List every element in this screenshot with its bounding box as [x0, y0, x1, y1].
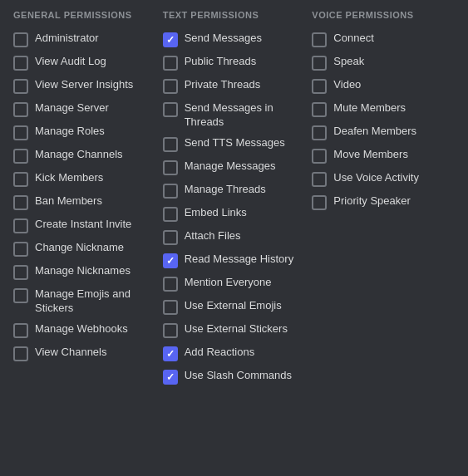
checkbox-deafen-members[interactable]: [312, 125, 327, 140]
checkbox-use-external-emojis[interactable]: [163, 300, 178, 315]
checkbox-move-members[interactable]: [312, 149, 327, 164]
checkbox-send-messages[interactable]: [163, 32, 178, 47]
checkbox-kick-members[interactable]: [13, 172, 28, 187]
label-view-channels: View Channels: [35, 346, 156, 360]
label-view-audit-log: View Audit Log: [35, 55, 156, 69]
checkbox-send-tts-messages[interactable]: [163, 137, 178, 152]
checkbox-manage-webhooks[interactable]: [13, 323, 28, 338]
checkbox-priority-speaker[interactable]: [312, 195, 327, 210]
permission-item-public-threads[interactable]: Public Threads: [163, 55, 306, 71]
label-create-instant-invite: Create Instant Invite: [35, 218, 156, 232]
permission-item-view-server-insights[interactable]: View Server Insights: [13, 78, 156, 95]
label-change-nickname: Change Nickname: [35, 241, 156, 255]
label-send-messages-in-threads: Send Messages in Threads: [185, 101, 306, 130]
checkbox-manage-emojis-stickers[interactable]: [13, 288, 28, 303]
label-video: Video: [333, 78, 455, 92]
checkbox-use-external-stickers[interactable]: [163, 323, 178, 338]
checkbox-video[interactable]: [312, 79, 327, 94]
checkbox-view-audit-log[interactable]: [13, 56, 28, 71]
permission-item-connect[interactable]: Connect: [312, 32, 455, 48]
label-move-members: Move Members: [333, 148, 455, 162]
checkbox-send-messages-in-threads[interactable]: [163, 102, 178, 117]
checkbox-mention-everyone[interactable]: [163, 277, 178, 292]
checkbox-ban-members[interactable]: [13, 195, 28, 210]
permission-item-view-channels[interactable]: View Channels: [13, 346, 156, 362]
permission-item-ban-members[interactable]: Ban Members: [13, 194, 156, 211]
permission-item-manage-server[interactable]: Manage Server: [13, 101, 156, 118]
permissions-grid: GENERAL PERMISSIONSAdministratorView Aud…: [10, 10, 458, 392]
permission-item-manage-emojis-stickers[interactable]: Manage Emojis and Stickers: [13, 287, 156, 316]
label-view-server-insights: View Server Insights: [35, 78, 156, 92]
permission-item-use-external-stickers[interactable]: Use External Stickers: [163, 322, 306, 339]
permission-item-move-members[interactable]: Move Members: [312, 148, 455, 164]
permission-item-use-external-emojis[interactable]: Use External Emojis: [163, 299, 306, 316]
permission-item-manage-webhooks[interactable]: Manage Webhooks: [13, 322, 156, 339]
permission-item-embed-links[interactable]: Embed Links: [163, 206, 306, 223]
checkbox-connect[interactable]: [312, 32, 327, 47]
checkbox-manage-server[interactable]: [13, 102, 28, 117]
label-speak: Speak: [333, 55, 455, 69]
column-header-general: GENERAL PERMISSIONS: [13, 10, 156, 23]
permission-item-use-slash-commands[interactable]: Use Slash Commands: [163, 369, 306, 385]
checkbox-manage-nicknames[interactable]: [13, 265, 28, 280]
label-manage-nicknames: Manage Nicknames: [35, 264, 156, 278]
permission-item-administrator[interactable]: Administrator: [13, 32, 156, 48]
permission-item-add-reactions[interactable]: Add Reactions: [163, 346, 306, 362]
checkbox-view-server-insights[interactable]: [13, 79, 28, 94]
checkbox-speak[interactable]: [312, 56, 327, 71]
permission-item-attach-files[interactable]: Attach Files: [163, 229, 306, 246]
permission-item-view-audit-log[interactable]: View Audit Log: [13, 55, 156, 71]
checkbox-create-instant-invite[interactable]: [13, 218, 28, 233]
permission-item-send-tts-messages[interactable]: Send TTS Messages: [163, 136, 306, 153]
permission-item-priority-speaker[interactable]: Priority Speaker: [312, 194, 455, 211]
label-public-threads: Public Threads: [185, 55, 306, 69]
checkbox-add-reactions[interactable]: [163, 346, 178, 361]
permission-item-send-messages[interactable]: Send Messages: [163, 32, 306, 48]
permission-item-manage-channels[interactable]: Manage Channels: [13, 148, 156, 164]
label-use-external-stickers: Use External Stickers: [185, 322, 306, 336]
label-use-voice-activity: Use Voice Activity: [333, 171, 455, 185]
column-header-text: TEXT PERMISSIONS: [163, 10, 306, 23]
permission-item-mention-everyone[interactable]: Mention Everyone: [163, 276, 306, 292]
checkbox-manage-messages[interactable]: [163, 160, 178, 175]
permission-item-manage-roles[interactable]: Manage Roles: [13, 125, 156, 141]
checkbox-use-slash-commands[interactable]: [163, 370, 178, 385]
checkbox-attach-files[interactable]: [163, 230, 178, 245]
permission-item-send-messages-in-threads[interactable]: Send Messages in Threads: [163, 101, 306, 130]
checkbox-view-channels[interactable]: [13, 346, 28, 361]
label-manage-webhooks: Manage Webhooks: [35, 322, 156, 336]
label-send-tts-messages: Send TTS Messages: [185, 136, 306, 150]
checkbox-administrator[interactable]: [13, 32, 28, 47]
permission-item-private-threads[interactable]: Private Threads: [163, 78, 306, 95]
permission-item-read-message-history[interactable]: Read Message History: [163, 253, 306, 269]
checkbox-read-message-history[interactable]: [163, 253, 178, 268]
label-manage-channels: Manage Channels: [35, 148, 156, 162]
checkbox-embed-links[interactable]: [163, 207, 178, 222]
column-text: TEXT PERMISSIONSSend MessagesPublic Thre…: [160, 10, 309, 392]
checkbox-manage-threads[interactable]: [163, 184, 178, 199]
label-administrator: Administrator: [35, 32, 156, 46]
label-ban-members: Ban Members: [35, 194, 156, 209]
permission-item-change-nickname[interactable]: Change Nickname: [13, 241, 156, 258]
permission-item-deafen-members[interactable]: Deafen Members: [312, 125, 455, 141]
permission-item-kick-members[interactable]: Kick Members: [13, 171, 156, 188]
checkbox-mute-members[interactable]: [312, 102, 327, 117]
checkbox-manage-roles[interactable]: [13, 125, 28, 140]
permission-item-manage-nicknames[interactable]: Manage Nicknames: [13, 264, 156, 281]
permission-item-manage-threads[interactable]: Manage Threads: [163, 183, 306, 199]
permission-item-create-instant-invite[interactable]: Create Instant Invite: [13, 218, 156, 234]
permission-item-use-voice-activity[interactable]: Use Voice Activity: [312, 171, 455, 188]
permission-item-speak[interactable]: Speak: [312, 55, 455, 71]
checkbox-use-voice-activity[interactable]: [312, 172, 327, 187]
permission-item-mute-members[interactable]: Mute Members: [312, 101, 455, 118]
label-manage-server: Manage Server: [35, 101, 156, 115]
checkbox-manage-channels[interactable]: [13, 149, 28, 164]
checkbox-public-threads[interactable]: [163, 56, 178, 71]
column-header-voice: VOICE PERMISSIONS: [312, 10, 455, 23]
label-use-external-emojis: Use External Emojis: [185, 299, 306, 313]
checkbox-change-nickname[interactable]: [13, 242, 28, 257]
checkbox-private-threads[interactable]: [163, 79, 178, 94]
permission-item-manage-messages[interactable]: Manage Messages: [163, 159, 306, 176]
permission-item-video[interactable]: Video: [312, 78, 455, 95]
label-read-message-history: Read Message History: [185, 253, 306, 267]
